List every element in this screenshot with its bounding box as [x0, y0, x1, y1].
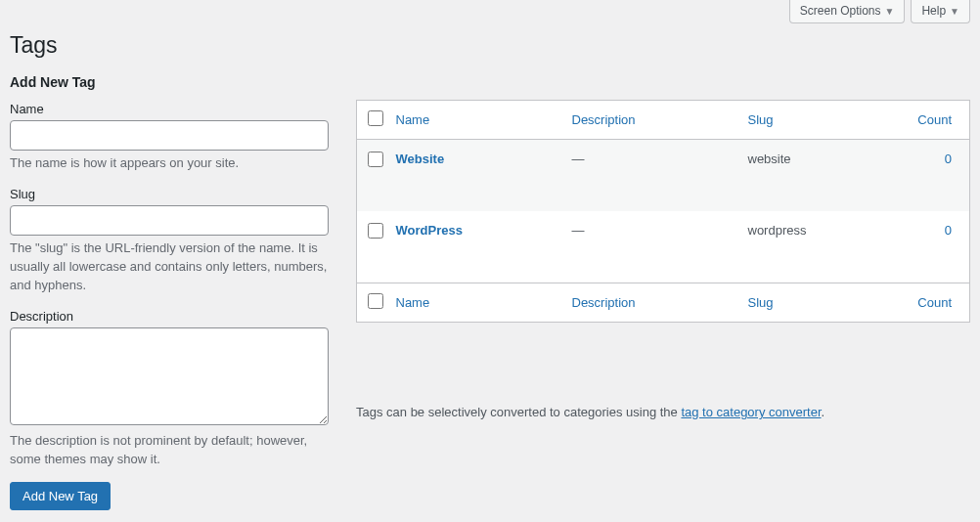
add-tag-form: Add New Tag Name The name is how it appe…	[10, 74, 329, 510]
name-label: Name	[10, 102, 329, 116]
name-helper: The name is how it appears on your site.	[10, 154, 329, 173]
row-checkbox[interactable]	[368, 223, 383, 239]
description-label: Description	[10, 309, 329, 324]
tags-table: Name Description Slug Count Website — we…	[356, 100, 970, 323]
tag-count-link[interactable]: 0	[945, 152, 952, 166]
slug-input[interactable]	[10, 205, 329, 236]
help-label: Help	[921, 4, 946, 18]
table-row: Website — website 0	[357, 140, 970, 212]
col-footer-count[interactable]: Count	[917, 295, 952, 310]
footer-suffix: .	[822, 405, 825, 419]
tag-slug: wordpress	[738, 211, 902, 283]
add-new-tag-button[interactable]: Add New Tag	[10, 482, 111, 510]
tag-name-link[interactable]: WordPress	[396, 223, 463, 238]
tag-description: —	[562, 211, 738, 283]
chevron-down-icon: ▼	[885, 6, 895, 17]
tag-slug: website	[738, 140, 902, 212]
tag-to-category-link[interactable]: tag to category converter	[681, 405, 821, 419]
tag-description: —	[562, 140, 738, 212]
select-all-bottom-checkbox[interactable]	[368, 293, 383, 309]
col-footer-description[interactable]: Description	[572, 295, 636, 310]
footer-prefix: Tags can be selectively converted to cat…	[356, 405, 681, 419]
col-header-count[interactable]: Count	[917, 112, 952, 127]
tag-count-link[interactable]: 0	[945, 223, 952, 238]
slug-label: Slug	[10, 187, 329, 201]
select-all-top-checkbox[interactable]	[368, 110, 383, 126]
col-footer-slug[interactable]: Slug	[748, 295, 774, 310]
form-heading: Add New Tag	[10, 74, 329, 90]
tag-name-link[interactable]: Website	[396, 152, 445, 166]
table-row: WordPress — wordpress 0	[357, 211, 970, 283]
col-header-name[interactable]: Name	[396, 112, 430, 127]
col-header-slug[interactable]: Slug	[748, 112, 774, 127]
description-textarea[interactable]	[10, 327, 329, 425]
screen-options-label: Screen Options	[800, 4, 881, 18]
col-header-description[interactable]: Description	[572, 112, 636, 127]
name-input[interactable]	[10, 120, 329, 151]
footer-note: Tags can be selectively converted to cat…	[356, 405, 970, 419]
description-helper: The description is not prominent by defa…	[10, 432, 329, 469]
chevron-down-icon: ▼	[950, 6, 959, 17]
page-title: Tags	[10, 23, 970, 63]
screen-options-button[interactable]: Screen Options ▼	[789, 0, 906, 23]
help-button[interactable]: Help ▼	[911, 0, 970, 23]
slug-helper: The "slug" is the URL-friendly version o…	[10, 239, 329, 295]
col-footer-name[interactable]: Name	[396, 295, 430, 310]
row-checkbox[interactable]	[368, 152, 383, 167]
